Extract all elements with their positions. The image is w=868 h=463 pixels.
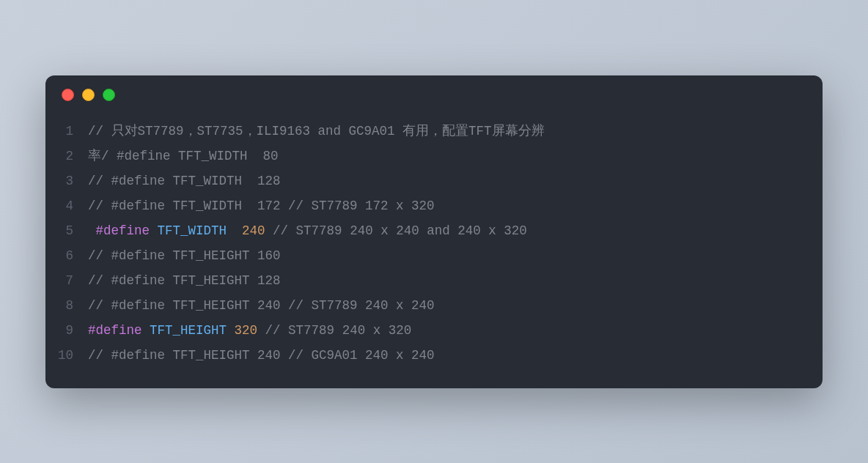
line-content: #define TFT_WIDTH 240 // ST7789 240 x 24… xyxy=(88,218,823,243)
code-line: 3// #define TFT_WIDTH 128 xyxy=(45,168,823,193)
line-content: #define TFT_HEIGHT 320 // ST7789 240 x 3… xyxy=(88,318,823,343)
token-plain xyxy=(265,223,273,238)
minimize-icon[interactable] xyxy=(82,89,95,101)
token-plain xyxy=(88,223,96,238)
token-plain xyxy=(142,323,150,338)
token-comment: // 只对ST7789，ST7735，ILI9163 and GC9A01 有用… xyxy=(88,124,545,138)
line-content: 率/ #define TFT_WIDTH 80 xyxy=(88,144,823,168)
token-comment: // ST7789 240 x 240 and 240 x 320 xyxy=(273,223,527,238)
token-comment: // ST7789 240 x 320 xyxy=(265,323,412,338)
token-macro-name: TFT_HEIGHT xyxy=(150,323,227,338)
code-line: 7// #define TFT_HEIGHT 128 xyxy=(45,268,823,293)
token-keyword: #define xyxy=(96,223,150,238)
token-plain xyxy=(257,323,265,338)
titlebar xyxy=(45,75,823,108)
code-area: 1// 只对ST7789，ST7735，ILI9163 and GC9A01 有… xyxy=(45,108,823,388)
token-keyword: #define xyxy=(88,323,142,338)
line-content: // #define TFT_WIDTH 128 xyxy=(88,168,823,193)
line-number: 7 xyxy=(45,268,88,293)
token-plain xyxy=(227,223,242,238)
line-content: // #define TFT_HEIGHT 128 xyxy=(88,268,823,293)
line-number: 2 xyxy=(45,144,88,168)
code-line: 10// #define TFT_HEIGHT 240 // GC9A01 24… xyxy=(45,343,823,368)
line-number: 4 xyxy=(45,193,88,218)
code-line: 4// #define TFT_WIDTH 172 // ST7789 172 … xyxy=(45,193,823,218)
line-number: 3 xyxy=(45,168,88,193)
line-content: // #define TFT_HEIGHT 160 xyxy=(88,243,823,268)
token-plain xyxy=(227,323,235,338)
line-number: 9 xyxy=(45,318,88,343)
token-comment: 率/ #define TFT_WIDTH 80 xyxy=(88,149,279,163)
line-number: 10 xyxy=(45,343,88,368)
code-line: 1// 只对ST7789，ST7735，ILI9163 and GC9A01 有… xyxy=(45,119,823,144)
line-content: // #define TFT_HEIGHT 240 // GC9A01 240 … xyxy=(88,343,823,368)
token-plain xyxy=(150,223,158,238)
token-number: 240 xyxy=(242,223,265,238)
close-icon[interactable] xyxy=(62,89,74,101)
line-number: 1 xyxy=(45,119,88,144)
line-number: 5 xyxy=(45,218,88,243)
line-content: // #define TFT_HEIGHT 240 // ST7789 240 … xyxy=(88,293,823,318)
code-line: 9#define TFT_HEIGHT 320 // ST7789 240 x … xyxy=(45,318,823,343)
token-comment: // #define TFT_HEIGHT 160 xyxy=(88,248,281,263)
code-line: 5 #define TFT_WIDTH 240 // ST7789 240 x … xyxy=(45,218,823,243)
token-number: 320 xyxy=(235,323,258,338)
code-line: 8// #define TFT_HEIGHT 240 // ST7789 240… xyxy=(45,293,823,318)
token-comment: // #define TFT_WIDTH 172 // ST7789 172 x… xyxy=(88,199,435,213)
token-comment: // #define TFT_HEIGHT 240 // GC9A01 240 … xyxy=(88,348,435,363)
maximize-icon[interactable] xyxy=(103,89,115,101)
token-comment: // #define TFT_HEIGHT 128 xyxy=(88,273,281,288)
code-line: 2率/ #define TFT_WIDTH 80 xyxy=(45,144,823,168)
line-number: 8 xyxy=(45,293,88,318)
line-content: // #define TFT_WIDTH 172 // ST7789 172 x… xyxy=(88,193,823,218)
line-content: // 只对ST7789，ST7735，ILI9163 and GC9A01 有用… xyxy=(88,119,823,144)
code-line: 6// #define TFT_HEIGHT 160 xyxy=(45,243,823,268)
code-window: 1// 只对ST7789，ST7735，ILI9163 and GC9A01 有… xyxy=(45,75,823,388)
token-comment: // #define TFT_WIDTH 128 xyxy=(88,174,281,188)
token-macro-name: TFT_WIDTH xyxy=(158,223,227,238)
line-number: 6 xyxy=(45,243,88,268)
token-comment: // #define TFT_HEIGHT 240 // ST7789 240 … xyxy=(88,298,435,313)
